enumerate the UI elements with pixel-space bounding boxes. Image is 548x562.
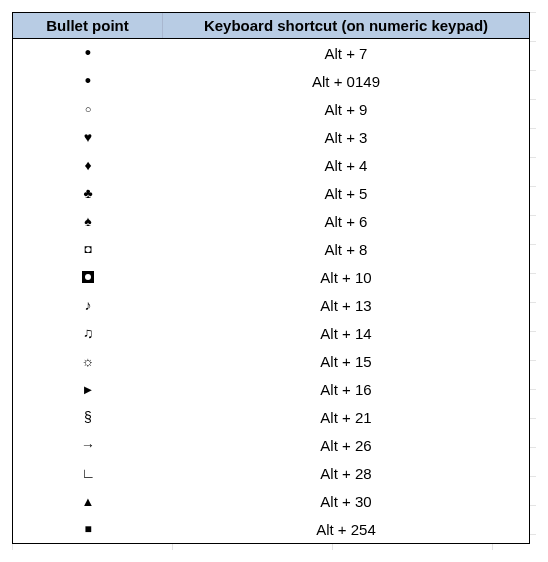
table-row: ♪Alt + 13 [13,291,529,319]
bullet-cell: ♪ [13,298,163,312]
shortcut-cell: Alt + 5 [163,185,529,202]
table-row: ☼Alt + 15 [13,347,529,375]
table-row: •Alt + 0149 [13,67,529,95]
shortcut-cell: Alt + 3 [163,129,529,146]
club-icon: ♣ [83,186,92,200]
bullet-cell: ▲ [13,495,163,508]
header-bullet-point: Bullet point [13,13,163,38]
table-body: •Alt + 7•Alt + 0149○Alt + 9♥Alt + 3♦Alt … [13,39,529,543]
bullet-cell: § [13,410,163,424]
heart-icon: ♥ [84,130,92,144]
table-row: ♠Alt + 6 [13,207,529,235]
spreadsheet-grid: Bullet point Keyboard shortcut (on numer… [12,12,536,550]
right-pointer-icon: ► [82,383,95,396]
bullet-cell: ∟ [13,466,163,480]
shortcut-cell: Alt + 9 [163,101,529,118]
table-row: ◘Alt + 8 [13,235,529,263]
table-row: ○Alt + 9 [13,95,529,123]
shortcut-cell: Alt + 8 [163,241,529,258]
shortcut-cell: Alt + 16 [163,381,529,398]
shortcut-cell: Alt + 254 [163,521,529,538]
filled-dot-icon: • [85,72,91,90]
bullet-cell: ♣ [13,186,163,200]
bullet-cell: • [13,72,163,90]
bullet-cell: ○ [13,104,163,115]
table-row: ♫Alt + 14 [13,319,529,347]
inverse-circle-icon [81,270,95,284]
table-row: →Alt + 26 [13,431,529,459]
bullet-cell: • [13,44,163,62]
inverse-bullet-icon: ◘ [84,243,91,255]
shortcut-cell: Alt + 0149 [163,73,529,90]
table-row: ■Alt + 254 [13,515,529,543]
table-row: ♥Alt + 3 [13,123,529,151]
shortcut-cell: Alt + 10 [163,269,529,286]
table-row: §Alt + 21 [13,403,529,431]
shortcut-cell: Alt + 30 [163,493,529,510]
bullet-cell: ♥ [13,130,163,144]
diamond-icon: ♦ [84,158,91,172]
header-keyboard-shortcut: Keyboard shortcut (on numeric keypad) [163,13,529,38]
bullet-cell: ☼ [13,354,163,368]
shortcut-table: Bullet point Keyboard shortcut (on numer… [12,12,530,544]
table-row: ♦Alt + 4 [13,151,529,179]
table-row: ▲Alt + 30 [13,487,529,515]
shortcut-cell: Alt + 6 [163,213,529,230]
bullet-cell: ♠ [13,214,163,228]
shortcut-cell: Alt + 21 [163,409,529,426]
table-row: •Alt + 7 [13,39,529,67]
table-row: ♣Alt + 5 [13,179,529,207]
table-row: Alt + 10 [13,263,529,291]
table-row: ►Alt + 16 [13,375,529,403]
filled-dot-icon: • [85,44,91,62]
svg-point-1 [85,274,91,280]
spade-icon: ♠ [84,214,91,228]
shortcut-cell: Alt + 26 [163,437,529,454]
table-header-row: Bullet point Keyboard shortcut (on numer… [13,13,529,39]
hollow-circle-icon: ○ [85,104,92,115]
bullet-cell: ♫ [13,326,163,340]
bullet-cell: → [13,438,163,452]
shortcut-cell: Alt + 28 [163,465,529,482]
bullet-cell: ■ [13,523,163,535]
shortcut-cell: Alt + 4 [163,157,529,174]
shortcut-cell: Alt + 14 [163,325,529,342]
right-angle-icon: ∟ [81,466,95,480]
bullet-cell [13,270,163,284]
bullet-cell: ♦ [13,158,163,172]
sun-icon: ☼ [82,354,95,368]
section-sign-icon: § [84,410,92,424]
shortcut-cell: Alt + 13 [163,297,529,314]
bullet-cell: ◘ [13,243,163,255]
shortcut-cell: Alt + 7 [163,45,529,62]
eighth-note-icon: ♪ [85,298,92,312]
beamed-notes-icon: ♫ [83,326,94,340]
shortcut-cell: Alt + 15 [163,353,529,370]
table-row: ∟Alt + 28 [13,459,529,487]
filled-square-icon: ■ [84,523,91,535]
right-arrow-icon: → [81,438,95,452]
up-triangle-icon: ▲ [82,495,95,508]
bullet-cell: ► [13,383,163,396]
